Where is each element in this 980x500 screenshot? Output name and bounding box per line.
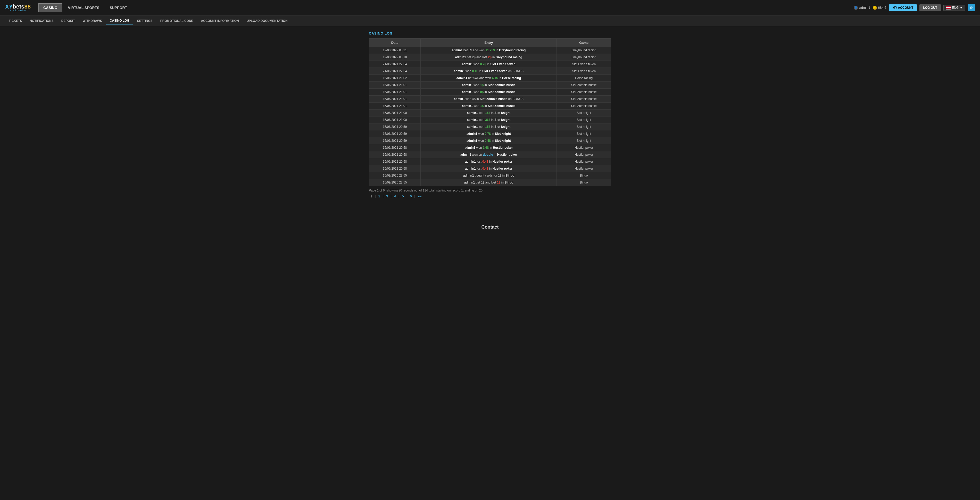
cell-date: 15/06/2021 20:58 [369,158,421,165]
page-3[interactable]: 3 [385,194,390,199]
cell-date: 15/06/2021 20:58 [369,165,421,172]
header-right: 👤 admin1 684 € MY ACCOUNT LOG OUT ENG ▼ … [854,4,975,11]
page-current[interactable]: 1 [369,194,374,199]
cell-entry: admin1 bet 1$ and lost 1$ in Bingo [421,179,557,186]
cell-game: Hustler poker [557,165,611,172]
nav-virtual-sports[interactable]: VIRTUAL SPORTS [64,3,104,12]
table-row: 12/08/2022 08:21admin1 bet 8$ and won 11… [369,47,611,54]
balance: 684 € [873,6,886,10]
subnav-casino-log[interactable]: CASINO LOG [106,17,133,24]
table-row: 15/06/2021 21:01admin1 won 4$ in Slot Zo… [369,96,611,103]
page-2[interactable]: 2 [377,194,382,199]
cell-game: Greyhound racing [557,47,611,54]
cell-date: 21/06/2021 22:54 [369,68,421,75]
pagination-info: Page 1 of 6, showing 20 records out of 1… [369,189,611,192]
cell-date: 15/06/2021 21:02 [369,75,421,82]
cell-date: 15/06/2021 20:58 [369,151,421,158]
subnav-account-information[interactable]: ACCOUNT INFORMATION [197,18,243,24]
cell-game: Slot knight [557,137,611,144]
col-date: Date [369,39,421,47]
subnav-tickets[interactable]: TICKETS [5,18,25,24]
cell-entry: admin1 bet 54$ and won 4.1$ in Horse rac… [421,75,557,82]
table-row: 15/09/2020 23:55admin1 bought cards for … [369,172,611,179]
cell-game: Slot Zombie hustle [557,82,611,89]
subnav-settings[interactable]: SETTINGS [134,18,156,24]
casino-log-table: Date Entry Game 12/08/2022 08:21admin1 b… [369,38,611,186]
table-row: 15/06/2021 21:02admin1 bet 54$ and won 4… [369,75,611,82]
cell-date: 15/06/2021 20:58 [369,144,421,151]
settings-button[interactable]: ⚙ [967,4,975,11]
lang-label: ENG [952,6,959,10]
table-row: 15/06/2021 20:58admin1 won 1.6$ in Hustl… [369,144,611,151]
table-row: 15/06/2021 21:01admin1 won 1$ in Slot Zo… [369,103,611,110]
cell-game: Slot knight [557,110,611,116]
cell-date: 15/06/2021 20:59 [369,123,421,131]
subnav-upload-documentation[interactable]: UPLOAD DOCUMENTATION [243,18,291,24]
logout-button[interactable]: LOG OUT [920,5,941,11]
cell-game: Slot Zombie hustle [557,89,611,96]
contact-title: Contact [5,225,975,230]
cell-entry: admin1 won 1.6$ in Hustler poker [421,144,557,151]
main-nav: CASINO VIRTUAL SPORTS SUPPORT [38,3,853,12]
table-row: 15/06/2021 20:58admin1 won on double in … [369,151,611,158]
cell-entry: admin1 won 1$ in Slot Zombie hustle [421,103,557,110]
cell-date: 12/08/2022 08:21 [369,47,421,54]
cell-game: Slot Even Steven [557,61,611,68]
table-row: 15/06/2021 21:00admin1 won 15$ in Slot k… [369,110,611,116]
pagination: 1 | 2 | 3 | 4 | 5 | 6 | »» [369,194,611,199]
cell-entry: admin1 won 15$ in Slot knight [421,123,557,131]
cell-game: Bingo [557,172,611,179]
language-selector[interactable]: ENG ▼ [943,5,965,11]
cell-entry: admin1 won 1$ in Slot Zombie hustle [421,82,557,89]
footer: Contact [0,214,980,240]
cell-date: 15/06/2021 21:01 [369,96,421,103]
cell-date: 21/06/2021 22:54 [369,61,421,68]
table-row: 15/06/2021 20:59admin1 won 0.7$ in Slot … [369,131,611,137]
cell-entry: admin1 won 0.4$ in Slot knight [421,137,557,144]
table-row: 15/06/2021 21:01admin1 won 1$ in Slot Zo… [369,82,611,89]
cell-entry: admin1 won 0.1$ in Slot Even Steven on B… [421,68,557,75]
cell-game: Horse racing [557,75,611,82]
cell-game: Hustler poker [557,151,611,158]
page-5[interactable]: 5 [401,194,406,199]
cell-game: Slot Zombie hustle [557,103,611,110]
cell-entry: admin1 bet 2$ and lost 2$ in Greyhound r… [421,54,557,61]
table-row: 15/09/2020 23:55admin1 bet 1$ and lost 1… [369,179,611,186]
cell-entry: admin1 bet 8$ and won 11.75$ in Greyhoun… [421,47,557,54]
coin-icon [873,6,877,10]
subnav-deposit[interactable]: DEPOSIT [58,18,79,24]
cell-date: 12/08/2022 08:18 [369,54,421,61]
table-row: 12/08/2022 08:18admin1 bet 2$ and lost 2… [369,54,611,61]
cell-date: 15/06/2021 20:59 [369,137,421,144]
username: admin1 [859,6,870,10]
cell-game: Slot Even Steven [557,68,611,75]
cell-entry: admin1 won 8$ in Slot Zombie hustle [421,89,557,96]
table-row: 21/06/2021 22:54admin1 won 0.1$ in Slot … [369,68,611,75]
cell-entry: admin1 won 36$ in Slot knight [421,116,557,123]
subnav-promotional-code[interactable]: PROMOTIONAL CODE [157,18,197,24]
cell-date: 15/06/2021 21:00 [369,116,421,123]
cell-entry: admin1 lost 0.4$ in Hustler poker [421,158,557,165]
table-row: 21/06/2021 22:54admin1 won 0.2$ in Slot … [369,61,611,68]
table-row: 15/06/2021 21:00admin1 won 36$ in Slot k… [369,116,611,123]
table-row: 15/06/2021 20:58admin1 lost 0.4$ in Hust… [369,165,611,172]
cell-game: Slot Zombie hustle [557,96,611,103]
cell-game: Greyhound racing [557,54,611,61]
cell-game: Bingo [557,179,611,186]
nav-casino[interactable]: CASINO [38,3,62,12]
balance-amount: 684 € [878,6,886,10]
page-4[interactable]: 4 [393,194,398,199]
cell-date: 15/06/2021 21:01 [369,103,421,110]
page-6[interactable]: 6 [408,194,413,199]
chevron-down-icon: ▼ [959,6,963,10]
subnav-withdraws[interactable]: WITHDRAWS [79,18,105,24]
cell-entry: admin1 won on double in Hustler poker [421,151,557,158]
table-row: 15/06/2021 21:01admin1 won 8$ in Slot Zo… [369,89,611,96]
section-title: CASINO LOG [369,32,611,35]
nav-support[interactable]: SUPPORT [105,3,132,12]
table-row: 15/06/2021 20:59admin1 won 15$ in Slot k… [369,123,611,131]
cell-game: Slot knight [557,131,611,137]
page-next[interactable]: »» [416,194,423,199]
my-account-button[interactable]: MY ACCOUNT [889,5,917,11]
subnav-notifications[interactable]: NOTIFICATIONS [26,18,57,24]
